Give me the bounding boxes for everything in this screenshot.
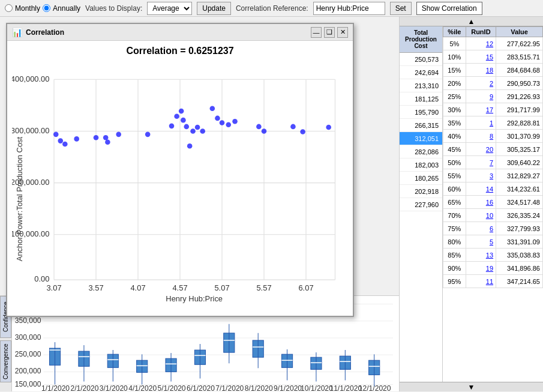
values-dropdown[interactable]: Average: [147, 2, 192, 15]
value-cell: 282,086: [400, 145, 442, 158]
svg-point-34: [145, 132, 151, 137]
values-label: Values to Display:: [85, 4, 142, 13]
runid-cell[interactable]: 8: [466, 130, 496, 143]
value-cell: 331,391.09: [496, 235, 543, 249]
percentile-table: %ile RunID Value 5%12277,622.9510%15283,…: [443, 26, 543, 288]
monthly-radio[interactable]: [5, 4, 13, 12]
runid-cell[interactable]: 13: [466, 249, 496, 262]
pct-cell: 50%: [443, 156, 466, 169]
svg-point-31: [103, 135, 109, 140]
svg-text:250,000: 250,000: [15, 350, 41, 358]
runid-cell[interactable]: 7: [466, 156, 496, 169]
svg-point-43: [200, 128, 205, 134]
value-cell: 291,717.99: [496, 103, 543, 116]
annually-radio[interactable]: [43, 4, 50, 12]
runid-cell[interactable]: 10: [466, 209, 496, 222]
value-cell: 277,622.95: [496, 37, 543, 50]
runid-cell[interactable]: 3: [466, 169, 496, 182]
value-cell: 266,315: [400, 119, 442, 132]
runid-cell[interactable]: 6: [466, 222, 496, 235]
monthly-label[interactable]: Monthly: [15, 4, 40, 13]
update-button[interactable]: Update: [197, 2, 231, 15]
pct-cell: 35%: [443, 116, 466, 130]
runid-cell[interactable]: 1: [466, 116, 496, 130]
main-table-container: %ile RunID Value 5%12277,622.9510%15283,…: [443, 26, 543, 382]
svg-text:8/1/2020: 8/1/2020: [245, 384, 273, 391]
pct-cell: 70%: [443, 209, 466, 222]
table-row: 35%1292,828.81: [443, 116, 543, 130]
svg-point-30: [94, 135, 99, 140]
close-button[interactable]: ✕: [337, 27, 348, 38]
scroll-up-button[interactable]: ▲: [400, 17, 543, 26]
value-cell: 341,896.86: [496, 262, 543, 275]
table-row: 95%11347,214.65: [443, 275, 543, 288]
runid-cell[interactable]: 9: [466, 90, 496, 103]
svg-text:5.07: 5.07: [214, 283, 229, 292]
svg-point-49: [256, 124, 262, 130]
runid-cell[interactable]: 12: [466, 37, 496, 50]
value-cell: 305,325.17: [496, 143, 543, 156]
value-cell: 347,214.65: [496, 275, 543, 288]
runid-cell[interactable]: 19: [466, 262, 496, 275]
runid-cell[interactable]: 15: [466, 50, 496, 64]
runid-cell[interactable]: 14: [466, 182, 496, 196]
runid-cell[interactable]: 18: [466, 64, 496, 77]
value-cell: 195,790: [400, 106, 442, 119]
right-panel: ▲ TotalProductionCost 250,573242,694213,…: [399, 17, 543, 391]
runid-cell[interactable]: 5: [466, 235, 496, 249]
svg-point-53: [326, 125, 331, 130]
svg-text:300,000: 300,000: [15, 333, 41, 342]
corr-ref-input[interactable]: [313, 2, 385, 15]
svg-point-28: [62, 142, 68, 147]
corr-title: Correlation: [26, 28, 64, 37]
correlation-titlebar: 📊 Correlation — ❑ ✕: [7, 24, 353, 41]
set-button[interactable]: Set: [390, 2, 412, 15]
svg-text:1/1/2020: 1/1/2020: [41, 384, 70, 391]
svg-text:300,000.00: 300,000.00: [12, 126, 49, 135]
svg-text:12/1/2020: 12/1/2020: [359, 384, 391, 391]
annually-label[interactable]: Annually: [53, 4, 80, 13]
convergence-tab[interactable]: Convergence: [0, 340, 11, 382]
restore-button[interactable]: ❑: [324, 27, 335, 38]
table-row: 65%16324,517.48: [443, 196, 543, 209]
show-correlation-button[interactable]: Show Correlation: [416, 2, 482, 15]
pct-cell: 80%: [443, 235, 466, 249]
svg-text:4.07: 4.07: [130, 283, 145, 292]
svg-point-50: [262, 128, 267, 134]
minimize-button[interactable]: —: [311, 27, 322, 38]
svg-text:4/1/2020: 4/1/2020: [128, 384, 157, 391]
table-row: 60%14314,232.61: [443, 182, 543, 196]
runid-cell[interactable]: 11: [466, 275, 496, 288]
runid-cell[interactable]: 16: [466, 196, 496, 209]
table-area: TotalProductionCost 250,573242,694213,31…: [400, 26, 543, 382]
runid-cell[interactable]: 2: [466, 77, 496, 90]
svg-text:5.57: 5.57: [256, 283, 271, 292]
y-axis-label: Anchor Power:Total Production Cost: [15, 136, 24, 261]
svg-point-45: [215, 116, 220, 121]
pct-cell: 60%: [443, 182, 466, 196]
svg-point-38: [181, 118, 186, 123]
svg-text:3/1/2020: 3/1/2020: [100, 384, 128, 391]
pct-cell: 95%: [443, 275, 466, 288]
table-row: 45%20305,325.17: [443, 143, 543, 156]
table-row: 80%5331,391.09: [443, 235, 543, 249]
runid-cell[interactable]: 20: [466, 143, 496, 156]
svg-point-33: [116, 132, 121, 137]
svg-text:3.57: 3.57: [88, 283, 103, 292]
corr-ref-label: Correlation Reference:: [236, 4, 308, 13]
svg-point-26: [53, 132, 59, 137]
value-cell: 242,694: [400, 66, 442, 79]
svg-text:5/1/2020: 5/1/2020: [158, 384, 186, 391]
svg-point-39: [184, 124, 189, 130]
table-row: 30%17291,717.99: [443, 103, 543, 116]
value-cell: 314,232.61: [496, 182, 543, 196]
pct-cell: 40%: [443, 130, 466, 143]
svg-text:Henry Hub:Price: Henry Hub:Price: [166, 294, 223, 303]
scroll-down-button[interactable]: ▼: [400, 382, 543, 391]
pct-cell: 75%: [443, 222, 466, 235]
pct-header: %ile: [443, 27, 466, 37]
svg-text:6/1/2020: 6/1/2020: [187, 384, 215, 391]
svg-text:9/1/2020: 9/1/2020: [274, 384, 302, 391]
svg-point-40: [187, 143, 193, 149]
runid-cell[interactable]: 17: [466, 103, 496, 116]
